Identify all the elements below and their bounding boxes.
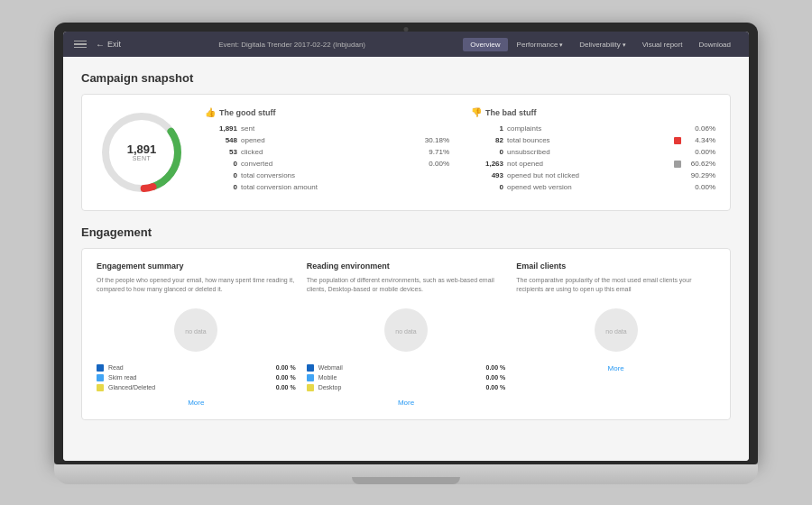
laptop-notch: [352, 477, 460, 484]
stat-converted: 0 converted 0.00%: [205, 160, 449, 168]
bad-stuff-col: 👎 The bad stuff 1 complaints 0.06% 82: [471, 107, 715, 195]
stat-total-conv-amount: 0 total conversion amount: [205, 183, 449, 191]
sent-number: 1,891: [127, 143, 157, 155]
stat-total-conversions: 0 total conversions: [205, 171, 449, 179]
nav-deliverability[interactable]: Deliverability: [572, 38, 632, 51]
legend-webmail-dot: [307, 364, 314, 372]
stat-opened-web: 0 opened web version 0.00%: [471, 183, 715, 191]
good-stuff-title: 👍 The good stuff: [205, 107, 449, 117]
legend-webmail: Webmail 0.00 %: [307, 364, 506, 372]
bar-red: [674, 137, 681, 144]
nav-visual-report[interactable]: Visual report: [635, 38, 690, 51]
good-stuff-col: 👍 The good stuff 1,891 sent 548: [205, 107, 449, 195]
snapshot-content: 1,891 SENT 👍 The good stuff: [97, 107, 715, 197]
campaign-snapshot-title: Campaign snapshot: [81, 71, 731, 85]
clients-more[interactable]: More: [516, 364, 715, 372]
reading-pie: no data: [307, 303, 506, 357]
engagement-card: Engagement summary Of the people who ope…: [81, 248, 731, 420]
reading-environment-col: Reading environment The population of di…: [307, 262, 506, 407]
email-clients-col: Email clients The comparative popularity…: [516, 262, 715, 407]
engagement-pie: no data: [97, 303, 296, 357]
sent-label: SENT: [127, 155, 157, 161]
hamburger-icon[interactable]: [74, 41, 87, 49]
legend-read-dot: [97, 364, 104, 372]
engagement-grid: Engagement summary Of the people who ope…: [97, 262, 715, 407]
top-bar: ← Exit Event: Digitala Trender 2017-02-2…: [63, 32, 749, 57]
nav-performance[interactable]: Performance: [510, 38, 571, 51]
clients-pie: no data: [516, 303, 715, 357]
nav-overview[interactable]: Overview: [463, 38, 507, 51]
stats-area: 👍 The good stuff 1,891 sent 548: [205, 107, 715, 195]
laptop-base: [54, 464, 758, 484]
legend-skim-dot: [97, 374, 104, 381]
laptop-frame: ← Exit Event: Digitala Trender 2017-02-2…: [54, 23, 758, 482]
engagement-summary-col: Engagement summary Of the people who ope…: [97, 262, 296, 407]
bad-stuff-title: 👎 The bad stuff: [471, 107, 715, 117]
svg-text:no data: no data: [605, 328, 626, 335]
legend-mobile-dot: [307, 374, 314, 381]
svg-text:no data: no data: [186, 328, 207, 335]
reading-env-title: Reading environment: [307, 262, 506, 271]
event-title: Event: Digitala Trender 2017-02-22 (Inbj…: [218, 41, 365, 49]
stat-clicked: 53 clicked 9.71%: [205, 148, 449, 156]
stat-not-opened: 1,263 not opened 60.62%: [471, 160, 715, 168]
thumbs-up-icon: 👍: [205, 107, 216, 117]
screen-inner: ← Exit Event: Digitala Trender 2017-02-2…: [63, 32, 749, 461]
camera-dot: [404, 27, 409, 32]
stat-opened-not-clicked: 493 opened but not clicked 90.29%: [471, 171, 715, 179]
thumbs-down-icon: 👎: [471, 107, 482, 117]
stat-unsubscribed: 0 unsubscribed 0.00%: [471, 148, 715, 156]
legend-mobile: Mobile 0.00 %: [307, 374, 506, 381]
legend-desktop-dot: [307, 384, 314, 391]
top-bar-left: ← Exit: [74, 40, 121, 50]
bar-gray: [674, 161, 681, 168]
legend-read: Read 0.00 %: [97, 364, 296, 372]
exit-button[interactable]: ← Exit: [96, 40, 121, 50]
legend-skim: Skim read 0.00 %: [97, 374, 296, 381]
stat-total-bounces: 82 total bounces 4.34%: [471, 136, 715, 144]
campaign-snapshot-card: 1,891 SENT 👍 The good stuff: [81, 94, 731, 211]
reading-env-more[interactable]: More: [307, 399, 506, 407]
email-clients-desc: The comparative popularity of the most u…: [516, 276, 715, 294]
reading-env-legend: Webmail 0.00 % Mobile 0.00 %: [307, 364, 506, 391]
engagement-summary-title: Engagement summary: [97, 262, 296, 271]
engagement-summary-legend: Read 0.00 % Skim read 0.00 %: [97, 364, 296, 391]
content-area: Campaign snapshot: [63, 57, 749, 461]
reading-env-desc: The population of different environments…: [307, 276, 506, 294]
engagement-title: Engagement: [81, 225, 731, 239]
screen-frame: ← Exit Event: Digitala Trender 2017-02-2…: [54, 23, 758, 464]
stat-opened: 548 opened 30.18%: [205, 136, 449, 144]
stat-sent: 1,891 sent: [205, 124, 449, 133]
donut-center: 1,891 SENT: [127, 143, 157, 161]
email-clients-title: Email clients: [516, 262, 715, 271]
engagement-summary-desc: Of the people who opened your email, how…: [97, 276, 296, 294]
exit-arrow-icon: ←: [96, 40, 105, 50]
exit-label: Exit: [107, 40, 121, 49]
stat-complaints: 1 complaints 0.06%: [471, 124, 715, 133]
nav-download[interactable]: Download: [691, 38, 738, 51]
top-nav: Overview Performance Deliverability Visu…: [463, 38, 738, 51]
svg-text:no data: no data: [395, 328, 416, 335]
legend-glanced: Glanced/Deleted 0.00 %: [97, 384, 296, 391]
legend-glanced-dot: [97, 384, 104, 391]
donut-chart: 1,891 SENT: [97, 107, 187, 197]
engagement-summary-more[interactable]: More: [97, 399, 296, 407]
legend-desktop: Desktop 0.00 %: [307, 384, 506, 391]
